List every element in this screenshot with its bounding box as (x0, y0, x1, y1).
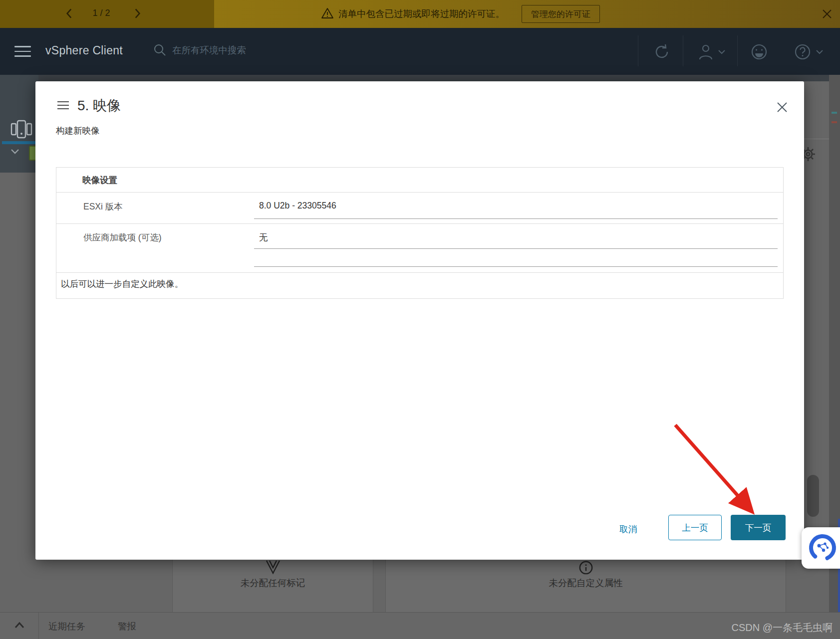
tab-recent-tasks[interactable]: 近期任务 (48, 620, 85, 633)
tree-expand-chevron-icon[interactable] (10, 148, 20, 157)
dialog-close-icon[interactable] (775, 100, 789, 114)
watermark: CSDN @一条毛毛虫啊 (731, 621, 833, 635)
tag-icon (265, 560, 281, 575)
collapse-chevron-icon[interactable] (13, 621, 25, 632)
vendor-addon-value[interactable]: 无 (259, 231, 268, 243)
pagination-next-icon[interactable] (131, 7, 144, 20)
assistant-logo-icon[interactable] (809, 534, 837, 562)
footer-divider (38, 613, 39, 639)
info-circle-icon (578, 560, 594, 575)
tab-alarms[interactable]: 警报 (118, 620, 136, 633)
esxi-version-label: ESXi 版本 (83, 201, 123, 213)
dimmed-toolbar-strip (0, 75, 840, 81)
global-search-input[interactable]: 在所有环境中搜索 (153, 43, 246, 57)
steps-list-icon[interactable] (57, 101, 69, 112)
dialog-step-title: 5. 映像 (77, 96, 121, 115)
custom-attributes-card-label: 未分配自定义属性 (549, 577, 623, 589)
pagination-prev-icon[interactable] (63, 7, 76, 20)
scrollbar-mark (832, 121, 837, 123)
previous-button[interactable]: 上一页 (668, 515, 722, 540)
image-settings-table: 映像设置 ESXi 版本 8.0 U2b - 23305546 供应商加载项 (… (56, 167, 784, 299)
chevron-down-icon (718, 49, 726, 55)
manage-licenses-button[interactable]: 管理您的许可证 (522, 5, 600, 23)
vendor-addon-version-select[interactable] (254, 266, 778, 267)
header-divider (683, 35, 683, 66)
panel-divider (804, 139, 829, 139)
esxi-version-value[interactable]: 8.0 U2b - 23305546 (259, 201, 336, 211)
license-warning-text: 清单中包含已过期或即将过期的许可证。 (338, 7, 505, 20)
scrollbar-mark (832, 112, 837, 114)
help-icon[interactable] (794, 43, 824, 61)
pagination-count: 1 / 2 (79, 8, 124, 18)
user-menu-icon[interactable] (698, 43, 726, 61)
active-tab-indicator (2, 141, 38, 144)
app-header: vSphere Client 在所有环境中搜索 (0, 28, 840, 75)
dialog-subtitle: 构建新映像 (56, 125, 100, 137)
tags-card: 未分配任何标记 (172, 560, 373, 612)
assistant-card (802, 527, 840, 569)
tags-card-label: 未分配任何标记 (241, 577, 305, 589)
tasks-footer-bar: 近期任务 警报 (0, 612, 840, 639)
search-icon (153, 43, 167, 57)
license-warning-banner: 1 / 2 清单中包含已过期或即将过期的许可证。 管理您的许可证 (0, 0, 840, 28)
next-button[interactable]: 下一页 (731, 515, 786, 540)
vendor-addon-label: 供应商加载项 (可选) (83, 231, 162, 243)
hosts-and-clusters-icon[interactable] (10, 119, 33, 142)
vsphere-client-screen: 1 / 2 清单中包含已过期或即将过期的许可证。 管理您的许可证 vSphere… (0, 0, 840, 639)
inventory-sidebar (0, 75, 38, 173)
cancel-button[interactable]: 取消 (615, 521, 641, 537)
license-warning-message: 清单中包含已过期或即将过期的许可证。 (321, 7, 505, 20)
image-wizard-dialog: 5. 映像 构建新映像 映像设置 ESXi 版本 8.0 U2b - 23305… (35, 81, 804, 560)
header-divider (737, 35, 738, 66)
vendor-addon-select[interactable] (254, 248, 778, 249)
customize-note: 以后可以进一步自定义此映像。 (61, 278, 183, 290)
menu-icon[interactable] (14, 46, 31, 58)
chevron-down-icon (816, 49, 824, 55)
banner-close-icon[interactable] (821, 7, 834, 20)
feedback-smiley-icon[interactable] (750, 43, 768, 61)
refresh-icon[interactable] (653, 43, 671, 61)
header-divider (638, 35, 638, 66)
custom-attributes-card: 未分配自定义属性 (385, 560, 786, 612)
warning-icon (321, 7, 334, 20)
app-title: vSphere Client (45, 44, 123, 57)
table-header: 映像设置 (82, 174, 117, 186)
scrollbar-thumb[interactable] (807, 475, 819, 517)
esxi-version-select[interactable] (254, 218, 778, 219)
search-placeholder: 在所有环境中搜索 (172, 44, 246, 56)
